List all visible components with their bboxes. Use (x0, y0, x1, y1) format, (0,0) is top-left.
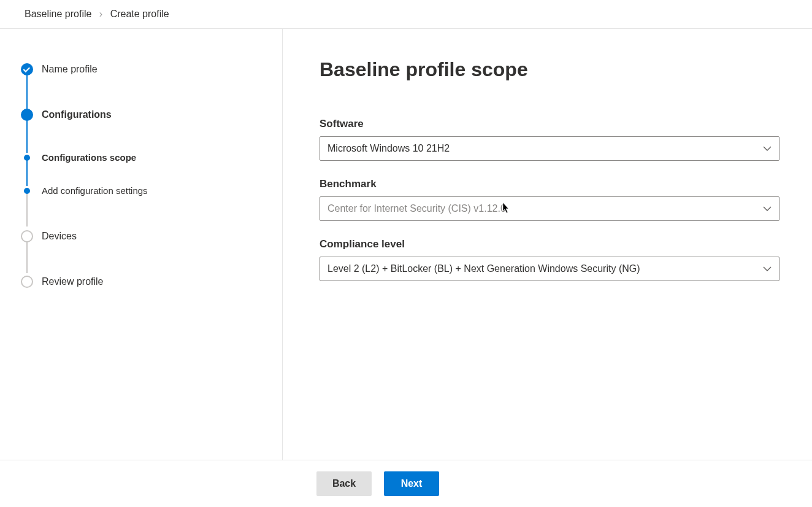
chevron-down-icon (763, 144, 772, 153)
compliance-select[interactable]: Level 2 (L2) + BitLocker (BL) + Next Gen… (320, 257, 779, 281)
step-label: Name profile (42, 63, 98, 75)
check-circle-icon (21, 63, 33, 75)
step-add-configuration-settings[interactable]: Add configuration settings (21, 185, 282, 197)
step-connector (26, 120, 28, 153)
field-software: Software Microsoft Windows 10 21H2 (320, 118, 787, 161)
compliance-select-value: Level 2 (L2) + BitLocker (BL) + Next Gen… (327, 263, 640, 274)
step-devices[interactable]: Devices (21, 230, 282, 242)
substep-dot-icon (24, 188, 30, 194)
software-label: Software (320, 118, 787, 130)
step-label: Devices (42, 230, 77, 242)
step-connector (26, 238, 28, 273)
benchmark-select-value: Center for Internet Security (CIS) v1.12… (327, 203, 506, 214)
breadcrumb-separator-icon: › (99, 9, 102, 19)
breadcrumb: Baseline profile › Create profile (0, 0, 812, 29)
substep-dot-icon (24, 155, 30, 161)
software-select[interactable]: Microsoft Windows 10 21H2 (320, 136, 779, 161)
chevron-down-icon (763, 204, 772, 213)
software-select-value: Microsoft Windows 10 21H2 (327, 143, 450, 154)
step-label: Configurations scope (42, 152, 136, 164)
step-name-profile[interactable]: Name profile (21, 63, 282, 75)
empty-step-circle-icon (21, 276, 33, 288)
step-label: Configurations (42, 109, 112, 121)
step-review-profile[interactable]: Review profile (21, 276, 282, 288)
benchmark-label: Benchmark (320, 178, 787, 190)
step-label: Add configuration settings (42, 185, 148, 197)
wizard-steps-nav: Name profile Configurations Configuratio… (0, 29, 283, 460)
back-button[interactable]: Back (316, 471, 372, 496)
next-button[interactable]: Next (384, 471, 439, 496)
breadcrumb-item-baseline-profile[interactable]: Baseline profile (25, 9, 91, 19)
chevron-down-icon (763, 265, 772, 273)
compliance-label: Compliance level (320, 238, 787, 250)
breadcrumb-item-create-profile[interactable]: Create profile (110, 9, 169, 19)
field-compliance-level: Compliance level Level 2 (L2) + BitLocke… (320, 238, 787, 281)
field-benchmark: Benchmark Center for Internet Security (… (320, 178, 787, 221)
step-connector (26, 74, 28, 110)
active-step-dot-icon (21, 109, 33, 121)
step-configurations[interactable]: Configurations (21, 109, 282, 121)
main-content: Baseline profile scope Software Microsof… (283, 29, 812, 460)
page-title: Baseline profile scope (320, 58, 787, 81)
step-label: Review profile (42, 276, 103, 288)
empty-step-circle-icon (21, 230, 33, 242)
footer-actions: Back Next (0, 460, 812, 507)
benchmark-select[interactable]: Center for Internet Security (CIS) v1.12… (320, 196, 779, 221)
step-configurations-scope[interactable]: Configurations scope (21, 152, 282, 164)
